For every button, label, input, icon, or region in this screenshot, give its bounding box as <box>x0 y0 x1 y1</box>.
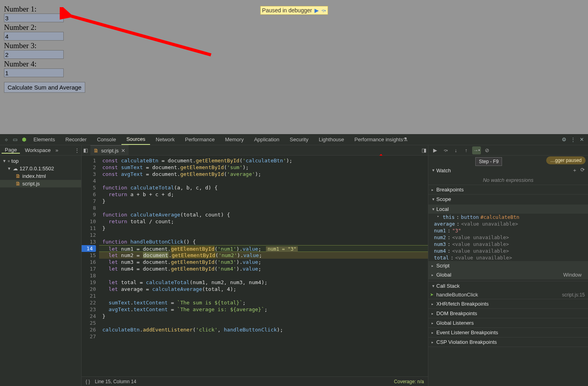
section-scope[interactable]: ▼Scope <box>428 195 588 204</box>
editor-tab-scriptjs[interactable]: 🗎 script.js ✕ <box>90 145 129 155</box>
settings-icon[interactable]: ⚙ <box>560 136 568 142</box>
add-watch-icon[interactable]: ＋ <box>572 167 577 174</box>
step-into-button[interactable]: ↓ <box>451 146 460 154</box>
tab-performance[interactable]: Performance <box>180 134 219 145</box>
nav-menu-icon[interactable]: ⋮ <box>74 147 80 153</box>
scope-variable[interactable]: num3: <value unavailable> <box>428 241 588 248</box>
code-line[interactable] <box>99 292 428 299</box>
tab-perf-insights[interactable]: Performance insights ⚗ <box>350 134 412 145</box>
close-icon[interactable]: ✕ <box>578 136 586 142</box>
code-line[interactable] <box>99 272 428 279</box>
tree-file-index[interactable]: 🗎index.html <box>0 172 81 180</box>
tab-recorder[interactable]: Recorder <box>61 134 91 145</box>
nodejs-icon[interactable]: ⬢ <box>20 136 28 142</box>
scope-variable[interactable]: total: <value unavailable> <box>428 254 588 261</box>
section-dom-breakpoints[interactable]: ▸DOM Breakpoints <box>428 309 588 318</box>
pretty-print-icon[interactable]: { } <box>86 379 90 384</box>
code-line[interactable]: } <box>99 198 428 205</box>
code-line[interactable] <box>99 333 428 340</box>
tree-top[interactable]: ▼▫top <box>0 157 81 165</box>
step-over-button[interactable]: ⤼ <box>441 146 450 154</box>
code-line[interactable]: function handleButtonClick() { <box>99 238 428 245</box>
tab-sources[interactable]: Sources <box>121 134 150 145</box>
code-line[interactable]: const avgText = document.getElementById(… <box>99 171 428 177</box>
tree-file-script[interactable]: 🗎script.js <box>0 180 81 187</box>
scope-script[interactable]: ▸Script <box>428 261 588 270</box>
code-line[interactable]: let average = calculateAverage(total, 4)… <box>99 286 428 292</box>
tab-security[interactable]: Security <box>285 134 313 145</box>
code-line[interactable]: return a + b + c + d; <box>99 191 428 198</box>
step-over-icon[interactable]: ⤼ <box>321 7 326 14</box>
scope-variable[interactable]: average: <value unavailable> <box>428 220 588 227</box>
input-number-2[interactable] <box>4 32 64 41</box>
section-event-listener-breakpoints[interactable]: ▸Event Listener Breakpoints <box>428 328 588 337</box>
code-line[interactable] <box>99 205 428 211</box>
code-line[interactable]: let num3 = document.getElementById('num3… <box>99 259 428 265</box>
code-line[interactable]: avgText.textContent = `The average is: $… <box>99 306 428 313</box>
section-xhr-fetch-breakpoints[interactable]: ▸XHR/fetch Breakpoints <box>428 299 588 308</box>
scope-local[interactable]: ▼Local <box>428 205 588 214</box>
watch-empty-text: No watch expressions <box>428 175 588 185</box>
scope-variable[interactable]: num4: <value unavailable> <box>428 248 588 254</box>
flask-icon: ⚗ <box>403 136 408 142</box>
callstack-frame[interactable]: ➤ handleButtonClick script.js:15 <box>428 290 588 299</box>
refresh-watch-icon[interactable]: ⟳ <box>580 167 585 174</box>
debugger-paused-badge: …gger paused <box>546 156 586 164</box>
device-toolbar-icon[interactable]: ▭ <box>11 136 19 142</box>
code-line[interactable] <box>99 177 428 184</box>
input-number-1[interactable] <box>4 14 64 22</box>
code-line[interactable]: let total = calculateTotal(num1, num2, n… <box>99 279 428 286</box>
nav-more-icon[interactable]: » <box>55 147 58 153</box>
section-callstack[interactable]: ▼Call Stack <box>428 281 588 290</box>
code-line[interactable] <box>99 320 428 326</box>
deactivate-breakpoints-button[interactable]: ⊘ <box>483 146 491 154</box>
code-line[interactable]: const sumText = document.getElementById(… <box>99 164 428 171</box>
code-line[interactable]: function calculateAverage(total, count) … <box>99 211 428 218</box>
code-line[interactable]: return total / count; <box>99 218 428 225</box>
inspect-icon[interactable]: ⟐ <box>2 136 10 142</box>
scope-variable[interactable]: num2: <value unavailable> <box>428 234 588 241</box>
code-line[interactable]: let num4 = document.getElementById('num4… <box>99 265 428 272</box>
section-breakpoints[interactable]: ▸Breakpoints <box>428 185 588 194</box>
more-icon[interactable]: ⋮ <box>569 136 577 142</box>
toggle-navigator-icon[interactable]: ◧ <box>83 147 88 153</box>
code-line[interactable]: let num2 = document.getElementById('num2… <box>99 252 428 259</box>
scope-global[interactable]: ▸GlobalWindow <box>428 270 588 279</box>
code-line[interactable]: } <box>99 313 428 320</box>
scope-variable[interactable]: num1: "3" <box>428 227 588 234</box>
tab-elements[interactable]: Elements <box>29 134 60 145</box>
tab-console[interactable]: Console <box>92 134 121 145</box>
toggle-debugger-icon[interactable]: ◨ <box>422 147 426 153</box>
calculate-button[interactable]: Calculate Sum and Average <box>4 82 85 93</box>
tab-lighthouse[interactable]: Lighthouse <box>314 134 349 145</box>
nav-tab-page[interactable]: Page <box>2 147 20 154</box>
code-line[interactable]: let num1 = document.getElementById('num1… <box>99 245 428 252</box>
resume-icon[interactable]: ▶ <box>315 7 319 14</box>
input-number-4[interactable] <box>4 68 64 77</box>
code-line[interactable]: } <box>99 225 428 232</box>
code-line[interactable]: function calculateTotal(a, b, c, d) { <box>99 184 428 191</box>
code-content[interactable]: const calculateBtn = document.getElement… <box>99 156 428 376</box>
tree-host[interactable]: ▼☁127.0.0.1:5502 <box>0 165 81 172</box>
debugger-paused-pill: Paused in debugger ▶ ⤼ <box>260 6 328 15</box>
nav-tab-workspace[interactable]: Workspace <box>21 147 54 153</box>
code-line[interactable]: calculateBtn.addEventListener('click', h… <box>99 326 428 333</box>
tab-memory[interactable]: Memory <box>220 134 248 145</box>
resume-button[interactable]: ▶ <box>431 146 440 154</box>
close-tab-icon[interactable]: ✕ <box>121 148 125 154</box>
editor-status-bar: { } Line 15, Column 14 Coverage: n/a <box>82 376 428 386</box>
input-number-3[interactable] <box>4 50 64 59</box>
code-line[interactable]: const calculateBtn = document.getElement… <box>99 157 428 164</box>
line-gutter[interactable]: 1234567891011121314151617181920212223242… <box>82 156 99 376</box>
code-line[interactable]: sumText.textContent = `The sum is ${tota… <box>99 299 428 306</box>
section-watch[interactable]: ▼Watch ＋⟳ <box>428 165 588 175</box>
section-global-listeners[interactable]: ▸Global Listeners <box>428 318 588 328</box>
code-line[interactable] <box>99 232 428 238</box>
tab-application[interactable]: Application <box>249 134 284 145</box>
step-out-button[interactable]: ↑ <box>462 146 471 154</box>
tab-network[interactable]: Network <box>151 134 180 145</box>
step-button[interactable]: →• <box>472 146 481 154</box>
sources-navigator: Page Workspace » ⋮ ▼▫top ▼☁127.0.0.1:550… <box>0 145 82 386</box>
section-csp-violation-breakpoints[interactable]: ▸CSP Violation Breakpoints <box>428 337 588 347</box>
scope-this[interactable]: ▸ this: button#calculateBtn <box>428 214 588 220</box>
